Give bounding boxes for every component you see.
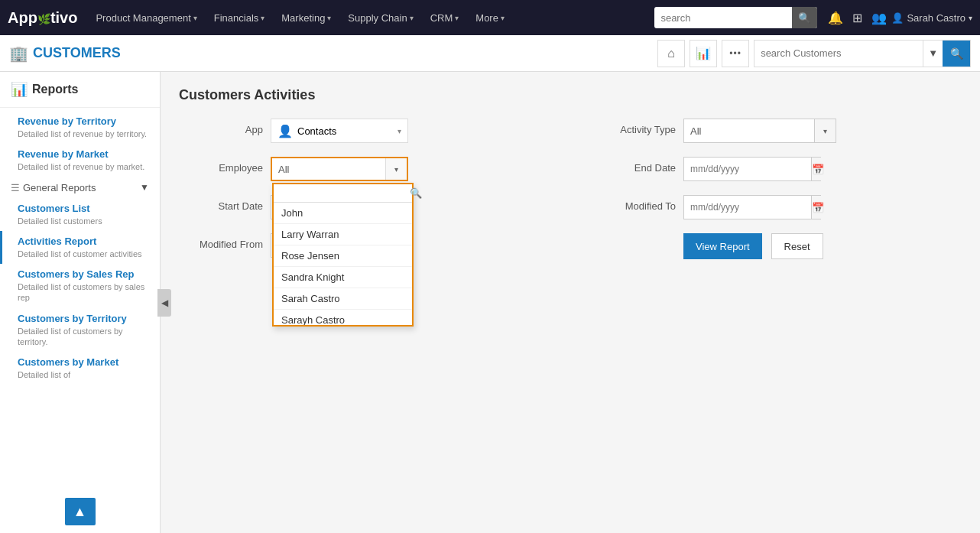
activity-type-arrow-icon[interactable]: ▾: [814, 119, 836, 142]
modified-to-input-group: 📅: [683, 195, 821, 219]
sidebar-item-customers-territory[interactable]: Customers by Territory Detailed list of …: [0, 308, 160, 353]
end-date-input-group: 📅: [683, 157, 821, 181]
sidebar-item-title: Customers List: [18, 203, 149, 214]
form-buttons: View Report Reset: [683, 233, 897, 259]
dropdown-option-sandra[interactable]: Sandra Knight: [274, 267, 412, 288]
nav-more[interactable]: More ▾: [469, 12, 511, 24]
home-button[interactable]: ⌂: [657, 40, 685, 67]
search-customers-input[interactable]: [754, 41, 923, 67]
employee-field-container: 👤 Employee All ▾ 🔍: [271, 157, 561, 181]
user-menu[interactable]: 👤 Sarah Castro ▾: [891, 12, 972, 24]
sidebar-item-revenue-market[interactable]: Revenue by Market Detailed list of reven…: [0, 144, 160, 177]
end-date-field: 📅: [683, 157, 897, 181]
sub-header: 🏢 CUSTOMERS ⌂ 📊 ••• ▼ 🔍: [0, 35, 980, 72]
dropdown-option-sarah[interactable]: Sarah Castro: [274, 288, 412, 310]
app-row: App 👤 Contacts ▾: [179, 119, 561, 143]
activity-type-row: Activity Type All ▾: [592, 119, 897, 143]
end-date-row: End Date 📅: [592, 157, 897, 181]
nav-crm[interactable]: CRM ▾: [424, 12, 466, 24]
sidebar-item-title: Revenue by Territory: [18, 115, 149, 127]
dropdown-option-sarayh[interactable]: Sarayh Castro: [274, 310, 412, 325]
contacts-icon[interactable]: 👥: [871, 11, 887, 25]
customers-module-icon: 🏢: [9, 44, 28, 63]
user-avatar-icon: 👤: [891, 12, 904, 24]
nav-supply-chain[interactable]: Supply Chain ▾: [342, 12, 419, 24]
general-reports-group[interactable]: ☰ General Reports ▼: [0, 177, 160, 198]
dropdown-option-larry[interactable]: Larry Warran: [274, 224, 412, 245]
modified-to-input[interactable]: [684, 202, 811, 213]
notifications-icon[interactable]: 🔔: [828, 11, 843, 25]
sidebar-item-desc: Detailed list customers: [18, 216, 149, 226]
activity-type-field: All ▾: [683, 119, 897, 143]
employee-select[interactable]: All ▾ 🔍 John Larry Warran: [271, 157, 408, 181]
sidebar-collapse-toggle[interactable]: ◀: [157, 289, 171, 317]
app-label: App: [179, 119, 263, 135]
employee-row: Employee 👤 Employee All ▾: [179, 157, 561, 181]
global-search-input[interactable]: [654, 12, 792, 24]
employee-dropdown-list: 🔍 John Larry Warran Rose Jensen Sandra K…: [272, 183, 414, 327]
user-menu-arrow-icon: ▾: [969, 14, 972, 22]
main-layout: 📊 Reports Revenue by Territory Detailed …: [0, 72, 980, 533]
nav-arrow-icon: ▾: [455, 14, 459, 22]
more-options-button[interactable]: •••: [722, 40, 749, 67]
customers-title: 🏢 CUSTOMERS: [9, 44, 651, 63]
logo-text: App🌿tivo: [8, 9, 77, 27]
app-dropdown-button[interactable]: 👤 Contacts ▾: [271, 119, 408, 143]
global-search-button[interactable]: 🔍: [792, 7, 817, 28]
sidebar-item-desc: Detailed list of revenue by market.: [18, 161, 149, 172]
start-date-label: Start Date: [179, 195, 263, 212]
sidebar-item-customers-market[interactable]: Customers by Market Detailed list of: [0, 352, 160, 385]
search-dropdown-button[interactable]: ▼: [923, 41, 943, 67]
dropdown-option-john[interactable]: John: [274, 203, 412, 224]
modified-to-calendar-icon[interactable]: 📅: [811, 196, 824, 219]
activity-type-select[interactable]: All ▾: [683, 119, 836, 143]
sidebar-item-customers-sales-rep[interactable]: Customers by Sales Rep Detailed list of …: [0, 264, 160, 308]
group-collapse-icon: ▼: [140, 182, 149, 193]
end-date-label: End Date: [592, 157, 676, 174]
sidebar-item-desc: Detailed list of customers by sales rep: [18, 281, 149, 304]
reset-button[interactable]: Reset: [771, 233, 823, 259]
sidebar-item-desc: Detailed list of revenue by territory.: [18, 128, 149, 139]
app-logo[interactable]: App🌿tivo: [8, 9, 77, 27]
sidebar: 📊 Reports Revenue by Territory Detailed …: [0, 72, 161, 533]
app-dropdown[interactable]: 👤 Contacts ▾: [271, 119, 561, 143]
select-arrow-icon[interactable]: ▾: [385, 158, 407, 180]
sidebar-item-customers-list[interactable]: Customers List Detailed list customers: [0, 198, 160, 231]
nav-arrow-icon: ▾: [261, 14, 264, 22]
apps-icon[interactable]: ⊞: [852, 11, 862, 25]
modified-from-label: Modified From: [179, 233, 263, 250]
sidebar-item-revenue-territory[interactable]: Revenue by Territory Detailed list of re…: [0, 108, 160, 144]
end-date-calendar-icon[interactable]: 📅: [811, 158, 824, 180]
modified-to-field: 📅: [683, 195, 897, 219]
content-area: Customers Activities App 👤 Contacts ▾: [161, 72, 980, 533]
buttons-row: View Report Reset: [592, 233, 897, 259]
chart-button[interactable]: 📊: [690, 40, 717, 67]
form-left: App 👤 Contacts ▾ Employee 👤: [179, 119, 561, 273]
nav-product-management[interactable]: Product Management ▾: [89, 12, 203, 24]
dropdown-option-rose[interactable]: Rose Jensen: [274, 245, 412, 267]
activity-type-label: Activity Type: [592, 119, 676, 135]
sidebar-item-title: Customers by Sales Rep: [18, 268, 149, 280]
nav-arrow-icon: ▾: [327, 14, 331, 22]
nav-marketing[interactable]: Marketing ▾: [275, 12, 337, 24]
global-search: 🔍: [654, 7, 817, 28]
nav-financials[interactable]: Financials ▾: [208, 12, 271, 24]
scroll-to-top-button[interactable]: ▲: [65, 498, 96, 525]
nav-arrow-icon: ▾: [193, 14, 197, 22]
group-label: General Reports: [23, 182, 96, 193]
sidebar-wrapper: 📊 Reports Revenue by Territory Detailed …: [0, 72, 161, 533]
modified-to-row: Modified To 📅: [592, 195, 897, 219]
top-nav-icons: 🔔 ⊞ 👥: [828, 11, 887, 25]
search-customers-button[interactable]: 🔍: [943, 41, 970, 67]
sidebar-item-activities-report[interactable]: Activities Report Detailed list of custo…: [0, 231, 160, 264]
page-title: Customers Activities: [179, 87, 962, 103]
dropdown-search-input[interactable]: [278, 187, 407, 199]
app-dropdown-arrow-icon: ▾: [398, 127, 401, 135]
modified-to-label: Modified To: [592, 195, 676, 212]
end-date-input[interactable]: [684, 164, 811, 174]
dropdown-options: John Larry Warran Rose Jensen Sandra Kni…: [274, 203, 412, 325]
sub-header-actions: ⌂ 📊 ••• ▼ 🔍: [657, 40, 971, 67]
sidebar-item-title: Customers by Market: [18, 356, 149, 368]
view-report-button[interactable]: View Report: [683, 233, 762, 259]
form-section: App 👤 Contacts ▾ Employee 👤: [179, 119, 962, 273]
